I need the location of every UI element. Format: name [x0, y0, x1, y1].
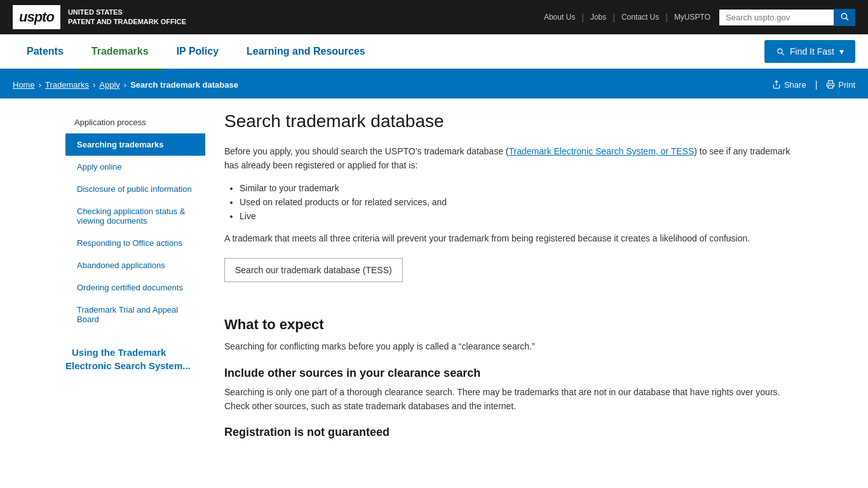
print-button[interactable]: Print — [826, 80, 855, 90]
logo: uspto — [13, 5, 60, 29]
search-button[interactable] — [834, 9, 855, 26]
logo-area: uspto UNITED STATES PATENT AND TRADEMARK… — [13, 5, 186, 29]
breadcrumb-current: Search trademark database — [130, 80, 238, 90]
sidebar-section-link[interactable]: Using the Trademark Electronic Search Sy… — [65, 347, 197, 371]
sidebar-application-process[interactable]: Application process — [65, 111, 205, 133]
section-include-other: Include other sources in your clearance … — [224, 367, 803, 380]
sidebar-ttab[interactable]: Trademark Trial and Appeal Board — [65, 299, 205, 330]
nav-ip-policy[interactable]: IP Policy — [163, 34, 233, 69]
nav-trademarks[interactable]: Trademarks — [78, 34, 163, 71]
top-right: About Us | Jobs | Contact Us | MyUSPTO — [544, 9, 855, 26]
list-item: Live — [240, 211, 803, 221]
jobs-link[interactable]: Jobs — [590, 13, 606, 22]
svg-point-2 — [778, 49, 782, 53]
logo-text: UNITED STATES PATENT AND TRADEMARK OFFIC… — [68, 8, 186, 27]
bullet-list: Similar to your trademark Used on relate… — [240, 183, 803, 221]
content-wrapper: Application process Searching trademarks… — [53, 111, 815, 444]
sidebar: Application process Searching trademarks… — [65, 111, 205, 444]
find-it-fast-button[interactable]: Find It Fast ▾ — [764, 40, 855, 63]
list-item: Similar to your trademark — [240, 183, 803, 193]
breadcrumb-trademarks[interactable]: Trademarks — [45, 80, 89, 90]
breadcrumb-actions: Share | Print — [772, 79, 855, 90]
tess-search-button[interactable]: Search our trademark database (TESS) — [224, 258, 403, 282]
svg-rect-5 — [829, 85, 833, 88]
svg-line-1 — [846, 18, 848, 20]
sidebar-section: Using the Trademark Electronic Search Sy… — [65, 346, 205, 372]
contact-us-link[interactable]: Contact Us — [621, 13, 659, 22]
section-what-to-expect: What to expect — [224, 316, 803, 333]
sidebar-responding-office[interactable]: Responding to Office actions — [65, 232, 205, 254]
top-links: About Us | Jobs | Contact Us | MyUSPTO — [544, 12, 710, 22]
nav-learning[interactable]: Learning and Resources — [233, 34, 379, 69]
intro-paragraph: Before you apply, you should search the … — [224, 144, 803, 173]
breadcrumb-home[interactable]: Home — [13, 80, 35, 90]
search-input[interactable] — [719, 10, 834, 25]
page-title: Search trademark database — [224, 111, 803, 132]
confusion-text: A trademark that meets all three criteri… — [224, 231, 803, 245]
sidebar-ordering-certified[interactable]: Ordering certified documents — [65, 276, 205, 299]
sidebar-searching-trademarks[interactable]: Searching trademarks — [65, 133, 205, 156]
sidebar-disclosure[interactable]: Disclosure of public information — [65, 178, 205, 200]
list-item: Used on related products or for related … — [240, 197, 803, 207]
section1-text: Searching for conflicting marks before y… — [224, 339, 803, 353]
breadcrumb-bar: Home › Trademarks › Apply › Search trade… — [0, 71, 868, 98]
top-bar: uspto UNITED STATES PATENT AND TRADEMARK… — [0, 0, 868, 34]
sidebar-apply-online[interactable]: Apply online — [65, 156, 205, 178]
main-nav: Patents Trademarks IP Policy Learning an… — [0, 34, 868, 71]
main-content: Search trademark database Before you app… — [224, 111, 803, 444]
breadcrumb: Home › Trademarks › Apply › Search trade… — [13, 80, 238, 90]
section2-text: Searching is only one part of a thorough… — [224, 385, 803, 414]
svg-point-0 — [841, 13, 846, 18]
sidebar-checking-status[interactable]: Checking application status & viewing do… — [65, 200, 205, 232]
about-us-link[interactable]: About Us — [544, 13, 575, 22]
nav-items: Patents Trademarks IP Policy Learning an… — [13, 34, 764, 69]
myuspto-link[interactable]: MyUSPTO — [674, 13, 710, 22]
tess-link[interactable]: Trademark Electronic Search System, or T… — [508, 146, 694, 156]
breadcrumb-apply[interactable]: Apply — [99, 80, 120, 90]
sidebar-abandoned[interactable]: Abandoned applications — [65, 254, 205, 276]
section-not-guaranteed: Registration is not guaranteed — [224, 426, 803, 439]
share-button[interactable]: Share — [772, 80, 806, 90]
nav-patents[interactable]: Patents — [13, 34, 78, 69]
svg-line-3 — [782, 53, 784, 55]
search-bar — [719, 9, 855, 26]
